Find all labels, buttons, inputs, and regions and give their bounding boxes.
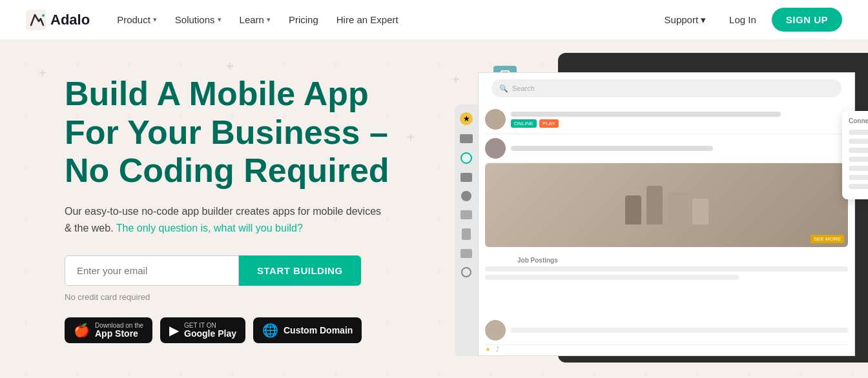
avatar [485,109,506,130]
custom-domain-text: Custom Domain [284,326,353,335]
see-more-badge: SEE MORE [811,232,844,243]
avatar [485,320,506,341]
store-badges: 🍎 Download on the App Store ▶ GET IT ON … [65,317,420,343]
logo[interactable]: Adalo [26,10,90,30]
signup-button[interactable]: SIGN UP [772,8,842,32]
nav-links: Product ▾ Solutions ▾ Learn ▾ Pricing Hi… [109,9,656,30]
custom-domain-badge[interactable]: 🌐 Custom Domain [253,317,362,343]
connection-line [849,184,868,189]
sidebar-icon-rect [460,173,472,182]
sidebar-icon-dot [461,191,471,201]
share-icon: ⤴ [496,346,499,353]
chevron-down-icon: ▾ [701,14,706,26]
connection-line [849,175,868,180]
chevron-down-icon: ▾ [218,15,222,24]
google-play-text: GET IT ON Google Play [184,323,236,338]
play-badge: PLAY [539,119,559,128]
hero-section: + + + + + + Build A Mobile App For Your … [0,40,868,378]
svg-point-1 [42,14,45,17]
nav-item-hire[interactable]: Hire an Expert [329,9,406,30]
connection-line [849,130,868,135]
nav-item-pricing[interactable]: Pricing [281,9,326,30]
app-store-text: Download on the App Store [95,323,143,338]
job-postings-label: Job Postings [517,257,558,264]
chevron-down-icon: ▾ [153,15,157,24]
job-listings [485,266,848,283]
search-icon: 🔍 [499,85,508,93]
connections-panel: Connections [842,111,868,199]
hero-title: Build A Mobile App For Your Business – N… [65,75,420,190]
connection-line [849,148,868,153]
connection-line [849,157,868,162]
nav-item-solutions[interactable]: Solutions ▾ [167,9,229,30]
navbar: Adalo Product ▾ Solutions ▾ Learn ▾ Pric… [0,0,868,40]
hero-content: Build A Mobile App For Your Business – N… [0,75,420,344]
mockup-sidebar: ★ [455,104,478,356]
connection-line [849,166,868,171]
globe-icon: 🌐 [262,323,278,338]
mockup-main-area: 🔍 Search ONLINE PLAY [478,72,855,356]
sidebar-icon-bars [460,134,473,143]
feed-item: ONLINE PLAY [485,105,848,134]
star-icon: ★ [460,112,473,125]
sidebar-icon-rect2 [460,210,472,219]
nav-item-product[interactable]: Product ▾ [109,9,165,30]
no-credit-text: No credit card required [65,292,420,302]
app-store-badge[interactable]: 🍎 Download on the App Store [65,317,152,343]
nav-support[interactable]: Support ▾ [657,9,714,31]
login-button[interactable]: Log In [719,9,767,30]
email-input[interactable] [65,255,239,286]
mockup-image: SEE MORE [485,163,848,247]
bottom-icons: ★ ⤴ [485,346,499,353]
star-icon-small: ★ [485,346,491,353]
nav-item-learn[interactable]: Learn ▾ [232,9,278,30]
hero-description: Our easy-to-use no-code app builder crea… [65,203,388,236]
chevron-down-icon: ▾ [267,15,271,24]
bottom-feed-item [485,316,848,345]
decorative-plus: + [226,59,234,74]
hero-app-mockup: + ★ 🔍 Search [455,53,868,375]
mockup-search-bar: 🔍 Search [491,79,842,97]
apple-icon: 🍎 [74,323,90,338]
sidebar-icon-circle [460,152,472,164]
start-building-button[interactable]: START BUILDING [239,255,361,286]
sidebar-icon-rect3 [460,249,472,258]
sidebar-icon-circle2 [461,267,471,277]
google-play-badge[interactable]: ▶ GET IT ON Google Play [160,317,245,343]
connection-line [849,139,868,144]
nav-right: Support ▾ Log In SIGN UP [657,8,842,32]
feed-item [485,134,848,163]
image-content [485,163,848,247]
app-builder-mockup: + ★ 🔍 Search [455,72,855,356]
hero-form: START BUILDING [65,255,420,286]
avatar [485,138,506,159]
mockup-feed: ONLINE PLAY [485,105,848,163]
google-play-icon: ▶ [169,323,179,338]
svg-rect-0 [26,10,46,30]
sidebar-icon-tall [462,228,471,240]
status-badge: ONLINE [511,119,537,128]
